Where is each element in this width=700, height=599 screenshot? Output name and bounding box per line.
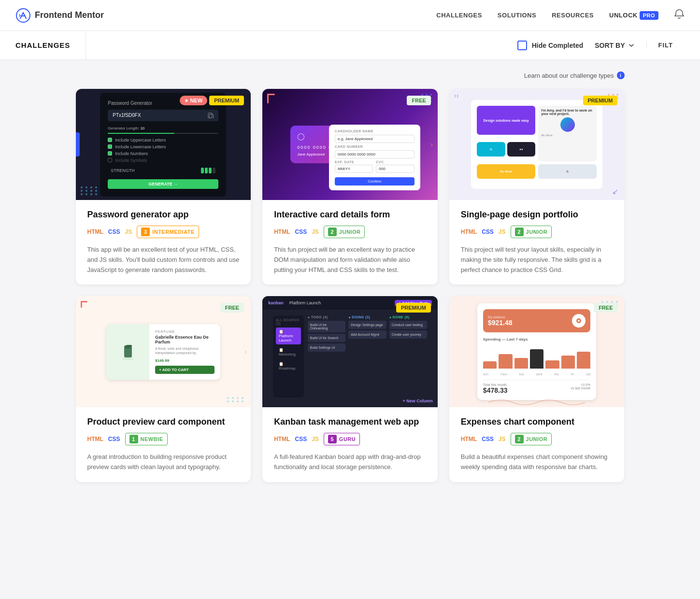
card-image-portfolio: Design solutions made easy I'm Amy, and … — [449, 89, 625, 200]
card-title-interactive-card-form: Interactive card details form — [274, 210, 426, 220]
hide-completed-toggle[interactable]: Hide Completed — [517, 41, 584, 50]
difficulty-number-6: 2 — [515, 435, 524, 443]
challenge-types-info: Learn about our challenge types i — [76, 71, 625, 79]
info-icon[interactable]: i — [617, 71, 625, 79]
filter-button[interactable]: FILT — [646, 42, 685, 49]
filter-label: FILT — [658, 42, 673, 49]
mock-product-info: PERFUME Gabrielle Essence Eau De Parfum … — [149, 324, 220, 380]
card-body-password-generator: Password generator app HTML CSS JS 3 INT… — [76, 200, 251, 285]
logo-text: Frontend Mentor — [35, 10, 104, 20]
tag-js-6: JS — [499, 436, 506, 442]
mock-portfolio-grid: Design solutions made easy I'm Amy, and … — [471, 100, 602, 189]
nav-solutions[interactable]: SOLUTIONS — [498, 12, 536, 19]
card-tags-product-preview: HTML CSS 1 NEWBIE — [87, 433, 240, 445]
mock-kanban-columns: ● TODO (4) Build UI for Onboarding Build… — [308, 315, 427, 398]
subheader: CHALLENGES Hide Completed SORT BY FILT — [0, 31, 700, 60]
card-image-interactive-card-form: ◯ 0000 0000 0000 0000 Jane Appleseed 09/… — [262, 89, 438, 200]
navbar: Frontend Mentor CHALLENGES SOLUTIONS RES… — [0, 0, 700, 31]
deco-dots-password-generator — [81, 186, 99, 195]
tag-js: JS — [125, 228, 132, 235]
badge-free-expenses: FREE — [594, 303, 617, 313]
card-tags-kanban: HTML CSS JS 5 GURU — [274, 433, 426, 445]
card-image-password-generator: Password Generator PTx1fSD0FX Generator … — [76, 89, 251, 200]
tag-js-3: JS — [499, 228, 506, 235]
sort-by-button[interactable]: SORT BY — [595, 42, 634, 49]
deco-v-accent — [267, 94, 269, 103]
card-product-preview[interactable]: PERFUME Gabrielle Essence Eau De Parfum … — [76, 296, 251, 482]
hide-completed-label: Hide Completed — [532, 42, 584, 49]
badge-premium-kanban: PREMIUM — [396, 303, 431, 313]
difficulty-badge-portfolio: 2 JUNIOR — [511, 226, 552, 238]
tag-html-5: HTML — [274, 436, 290, 442]
navbar-links: CHALLENGES SOLUTIONS RESOURCES UNLOCK PR… — [436, 9, 685, 22]
card-tags-interactive-card-form: HTML CSS JS 2 JUNIOR — [274, 226, 426, 238]
tag-css-2: CSS — [295, 228, 307, 235]
card-description-expenses-chart: Build a beautiful expenses chart compone… — [461, 452, 613, 472]
card-kanban[interactable]: kanban Platform Launch + Add New Task AL… — [262, 296, 438, 482]
logo[interactable]: Frontend Mentor — [15, 8, 104, 23]
svg-rect-1 — [208, 113, 212, 118]
mock-kanban-col-doing: ● DOING (3) Design Settings page Add Acc… — [348, 315, 386, 398]
deco-dots-product — [227, 397, 245, 402]
nav-challenges[interactable]: CHALLENGES — [436, 12, 482, 19]
deco-chevron-product: › — [244, 347, 247, 356]
tag-css-3: CSS — [482, 228, 494, 235]
card-body-portfolio: Single-page design portfolio HTML CSS JS… — [449, 200, 625, 285]
mock-product-image — [106, 324, 149, 380]
card-title-expenses-chart: Expenses chart component — [461, 417, 613, 427]
pro-badge: PRO — [640, 11, 658, 20]
mock-kanban-col-done: ● DONE (6) Conduct user testing Create u… — [389, 315, 427, 398]
card-title-password-generator: Password generator app — [87, 210, 240, 220]
svg-point-7 — [578, 320, 580, 322]
cards-grid: Password Generator PTx1fSD0FX Generator … — [76, 89, 625, 482]
subheader-controls: Hide Completed SORT BY FILT — [502, 41, 700, 50]
tag-html-2: HTML — [274, 228, 290, 235]
difficulty-badge-kanban: 5 GURU — [324, 433, 360, 445]
mock-expenses-total: Total this month $478.33 +2.4% vs last m… — [483, 380, 591, 394]
svg-point-3 — [122, 357, 134, 360]
hide-completed-checkbox[interactable] — [517, 41, 527, 50]
card-description-product-preview: A great introduction to building respons… — [87, 452, 240, 472]
tag-html: HTML — [87, 228, 103, 235]
card-body-product-preview: Product preview card component HTML CSS … — [76, 407, 251, 482]
card-title-portfolio: Single-page design portfolio — [461, 210, 613, 220]
difficulty-number-3: 2 — [515, 228, 524, 236]
badge-new: NEW — [180, 96, 208, 105]
unlock-label: UNLOCK — [609, 12, 638, 19]
card-badges-expenses: FREE — [594, 303, 617, 313]
logo-icon — [15, 8, 31, 23]
difficulty-number-5: 5 — [328, 435, 337, 443]
difficulty-badge-expenses: 2 JUNIOR — [511, 433, 552, 445]
tag-js-5: JS — [312, 436, 319, 442]
card-badges-kanban: PREMIUM — [396, 303, 431, 313]
mock-form-overlay: CARDHOLDER NAME e.g. Jane Appleseed CARD… — [329, 125, 420, 190]
card-image-kanban: kanban Platform Launch + Add New Task AL… — [262, 296, 438, 407]
deco-side-accent — [76, 132, 80, 157]
card-tags-password-generator: HTML CSS JS 3 INTERMEDIATE — [87, 226, 240, 238]
unlock-pro-button[interactable]: UNLOCK PRO — [609, 11, 658, 20]
card-badges-interactive-card-form: FREE — [407, 96, 430, 105]
tag-css-5: CSS — [295, 436, 307, 442]
difficulty-number: 3 — [141, 228, 150, 236]
card-portfolio[interactable]: Design solutions made easy I'm Amy, and … — [449, 89, 625, 285]
mock-expenses-top: My balance $921.48 — [483, 309, 591, 332]
card-interactive-card-form[interactable]: ◯ 0000 0000 0000 0000 Jane Appleseed 09/… — [262, 89, 438, 285]
difficulty-badge-product: 1 NEWBIE — [125, 433, 168, 445]
card-preview-kanban: kanban Platform Launch + Add New Task AL… — [262, 296, 438, 407]
card-expenses-chart[interactable]: My balance $921.48 Spending — Last 7 day… — [449, 296, 625, 482]
challenge-types-text: Learn about our challenge types — [524, 72, 614, 79]
nav-resources[interactable]: RESOURCES — [552, 12, 594, 19]
deco-wave-expenses — [449, 398, 625, 407]
card-password-generator[interactable]: Password Generator PTx1fSD0FX Generator … — [76, 89, 251, 285]
tag-css-4: CSS — [108, 436, 120, 442]
deco-quote-portfolio: " — [454, 93, 459, 106]
subheader-title: CHALLENGES — [0, 31, 86, 59]
notifications-bell-icon[interactable] — [674, 9, 685, 22]
card-body-interactive-card-form: Interactive card details form HTML CSS J… — [262, 200, 438, 285]
card-badges-product-preview: FREE — [220, 303, 244, 313]
sort-by-label: SORT BY — [595, 42, 625, 49]
card-title-product-preview: Product preview card component — [87, 417, 240, 427]
card-description-password-generator: This app will be an excellent test of yo… — [87, 245, 240, 275]
card-tags-portfolio: HTML CSS JS 2 JUNIOR — [461, 226, 613, 238]
tag-js-2: JS — [312, 228, 319, 235]
